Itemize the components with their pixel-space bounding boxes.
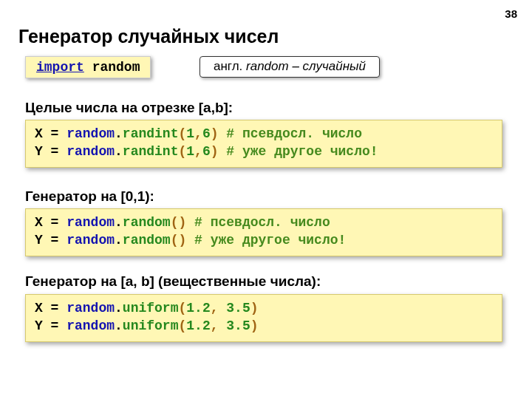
import-statement: import random [25,56,151,78]
code-box-randint: X = random.randint(1,6) # псевдосл. числ… [25,120,502,168]
page-title: Генератор случайных чисел [18,26,279,47]
note-dash: – [289,59,303,73]
code-box-uniform: X = random.uniform(1.2, 3.5) Y = random.… [25,294,502,342]
translation-note: англ. random – случайный [200,56,380,78]
note-word: random [246,59,289,73]
module-name: random [92,60,140,75]
note-translation: случайный [303,59,366,73]
section-heading-random: Генератор на [0,1): [25,188,154,205]
space [84,60,92,75]
code-box-random: X = random.random() # псевдосл. число Y … [25,208,502,256]
code-line: X = random.randint(1,6) # псевдосл. числ… [35,125,493,143]
code-line: X = random.random() # псевдосл. число [35,214,493,231]
keyword-import: import [36,60,84,75]
code-line: Y = random.random() # уже другое число! [35,231,493,249]
section-heading-randint: Целые числа на отрезке [a,b]: [25,100,233,116]
section-heading-uniform: Генератор на [a, b] (вещественные числа)… [25,273,321,290]
page-number: 38 [505,7,517,20]
code-line: Y = random.uniform(1.2, 3.5) [35,317,493,335]
code-line: Y = random.randint(1,6) # уже другое чис… [35,143,493,160]
note-lang: англ. [214,59,242,73]
code-line: X = random.uniform(1.2, 3.5) [35,299,493,317]
